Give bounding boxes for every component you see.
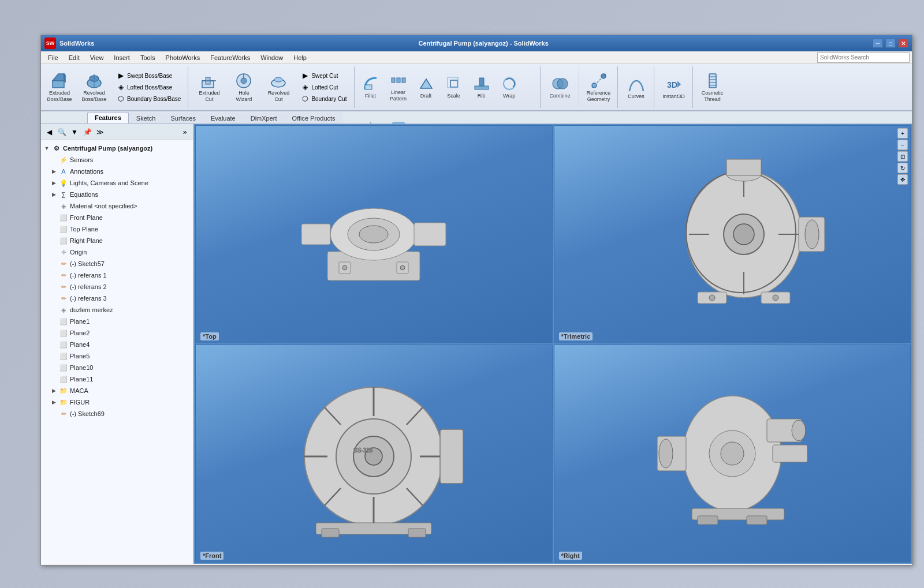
curves-button[interactable]: Curves — [623, 67, 650, 107]
vc-rotate[interactable]: ↻ — [897, 163, 908, 173]
tree-root-icon: ⚙ — [52, 144, 61, 153]
cosmetic-thread-button[interactable]: CosmeticThread — [698, 67, 728, 107]
tree-item-material[interactable]: ◈ Material <not specified> — [41, 200, 193, 212]
tab-features[interactable]: Features — [87, 112, 129, 123]
referans2-icon: ✏ — [59, 282, 68, 291]
instant3d-group: 3D Instant3D — [655, 66, 693, 108]
instant3d-button[interactable]: 3D Instant3D — [659, 67, 689, 107]
wrap-label: Wrap — [503, 93, 515, 99]
viewport-top[interactable]: *Top — [195, 125, 553, 343]
svg-rect-82 — [408, 529, 426, 537]
menu-insert[interactable]: Insert — [109, 53, 135, 62]
viewport-trimetric[interactable]: + − ⊡ ↻ ✥ *Trimetric — [554, 125, 911, 343]
tab-dimxpert[interactable]: DimXpert — [243, 113, 285, 123]
lp-pin-btn[interactable]: 📌 — [81, 126, 93, 138]
revolved-cut-button[interactable]: RevolvedCut — [263, 67, 293, 107]
tree-item-right-plane[interactable]: ⬜ Right Plane — [41, 235, 193, 246]
feature-tabs: Features Sketch Surfaces Evaluate DimXpe… — [41, 111, 912, 124]
tab-sketch[interactable]: Sketch — [129, 113, 163, 123]
menu-file[interactable]: File — [43, 53, 63, 62]
tab-evaluate[interactable]: Evaluate — [203, 113, 243, 123]
vc-pan[interactable]: ✥ — [897, 174, 908, 185]
top-plane-icon: ⬜ — [59, 224, 68, 234]
lp-search-btn[interactable]: 🔍 — [56, 126, 68, 138]
menu-tools[interactable]: Tools — [136, 53, 160, 62]
viewport-right[interactable]: *Right — [554, 344, 911, 563]
svg-point-44 — [359, 226, 388, 243]
tree-item-figur[interactable]: ▶ 📁 FIGUR — [41, 396, 193, 408]
hole-wizard-button[interactable]: HoleWizard — [229, 67, 259, 107]
extruded-boss-button[interactable]: ExtrudedBoss/Base — [44, 67, 74, 107]
svg-point-33 — [601, 74, 606, 78]
tab-surfaces[interactable]: Surfaces — [163, 113, 203, 123]
close-button[interactable]: ✕ — [898, 39, 908, 48]
tree-root-item[interactable]: ▼ ⚙ Centrifugal Pump (salyangoz) — [41, 143, 193, 154]
tree-item-annotations[interactable]: ▶ A Annotations — [41, 166, 193, 177]
tree-item-referans1[interactable]: ✏ (-) referans 1 — [41, 269, 193, 281]
toolbar-ribbon: ExtrudedBoss/Base RevolvedBoss/Base ▶ Sw… — [41, 64, 912, 111]
boss-base-group: ExtrudedBoss/Base RevolvedBoss/Base ▶ Sw… — [44, 66, 188, 108]
fillet-button[interactable]: Fillet — [359, 66, 382, 107]
combine-button[interactable]: Combine — [545, 68, 575, 106]
window-controls: ─ □ ✕ — [873, 39, 908, 48]
boundary-boss-button[interactable]: ⬡ Boundary Boss/Base — [114, 93, 183, 104]
search-input[interactable] — [817, 53, 910, 63]
menu-help[interactable]: Help — [289, 53, 311, 62]
tree-item-sketch57[interactable]: ✏ (-) Sketch57 — [41, 258, 193, 269]
linear-pattern-button[interactable]: LinearPattern — [387, 66, 410, 107]
viewport-front[interactable]: SS-316 *Front — [195, 344, 553, 563]
svg-rect-81 — [322, 529, 339, 537]
lofted-boss-button[interactable]: ◈ Lofted Boss/Base — [114, 82, 183, 92]
tree-item-maca[interactable]: ▶ 📁 MACA — [41, 385, 193, 396]
tree-item-referans2[interactable]: ✏ (-) referans 2 — [41, 281, 193, 293]
maximize-button[interactable]: □ — [885, 39, 896, 48]
tree-item-plane10[interactable]: ⬜ Plane10 — [41, 362, 193, 373]
menu-window[interactable]: Window — [256, 53, 288, 62]
tab-office-products[interactable]: Office Products — [285, 113, 343, 123]
reference-geometry-button[interactable]: ReferenceGeometry — [584, 67, 614, 107]
tree-item-referans3[interactable]: ✏ (-) referans 3 — [41, 293, 193, 304]
menu-view[interactable]: View — [85, 53, 109, 62]
menu-featureworks[interactable]: FeatureWorks — [206, 53, 255, 62]
draft-button[interactable]: Draft — [415, 66, 438, 107]
menu-photoworks[interactable]: PhotoWorks — [161, 53, 205, 62]
tree-item-origin[interactable]: ✛ Origin — [41, 246, 193, 258]
swept-boss-button[interactable]: ▶ Swept Boss/Base — [114, 70, 183, 81]
vc-fit[interactable]: ⊡ — [897, 151, 908, 162]
tree-item-plane11[interactable]: ⬜ Plane11 — [41, 373, 193, 385]
tree-item-plane4[interactable]: ⬜ Plane4 — [41, 339, 193, 350]
scale-button[interactable]: Scale — [442, 66, 465, 107]
tree-item-plane2[interactable]: ⬜ Plane2 — [41, 327, 193, 339]
tree-item-sketch69[interactable]: ✏ (-) Sketch69 — [41, 408, 193, 420]
revolved-boss-icon — [85, 72, 103, 90]
svg-rect-20 — [448, 77, 458, 88]
tree-item-front-plane[interactable]: ⬜ Front Plane — [41, 212, 193, 223]
lp-back-btn[interactable]: ◀ — [43, 126, 55, 138]
maca-folder-icon: 📁 — [59, 386, 68, 395]
revolved-boss-button[interactable]: RevolvedBoss/Base — [79, 67, 109, 107]
duzlem-icon: ◈ — [59, 305, 68, 314]
fillet-label: Fillet — [365, 93, 376, 99]
swept-cut-button[interactable]: ▶ Swept Cut — [298, 70, 349, 81]
referans1-icon: ✏ — [59, 271, 68, 280]
extruded-cut-button[interactable]: ExtrudedCut — [194, 67, 224, 107]
minimize-button[interactable]: ─ — [873, 39, 883, 48]
tree-item-plane5[interactable]: ⬜ Plane5 — [41, 350, 193, 362]
lp-expand-btn[interactable]: » — [179, 126, 191, 138]
tree-item-duzlem[interactable]: ◈ duzlem merkez — [41, 304, 193, 316]
lp-filter-btn[interactable]: ▼ — [69, 126, 80, 138]
tree-item-plane1[interactable]: ⬜ Plane1 — [41, 316, 193, 327]
wrap-button[interactable]: Wrap — [498, 66, 521, 107]
lp-more-btn[interactable]: ≫ — [94, 126, 106, 138]
tree-item-top-plane[interactable]: ⬜ Top Plane — [41, 223, 193, 235]
menu-edit[interactable]: Edit — [64, 53, 84, 62]
tree-root-expander: ▼ — [43, 145, 50, 152]
lofted-cut-button[interactable]: ◈ Lofted Cut — [298, 82, 349, 92]
vc-zoom-out[interactable]: − — [897, 140, 908, 150]
tree-item-lights[interactable]: ▶ 💡 Lights, Cameras and Scene — [41, 177, 193, 189]
tree-item-sensors[interactable]: ⚡ Sensors — [41, 154, 193, 166]
vc-zoom-in[interactable]: + — [897, 128, 908, 138]
boundary-cut-button[interactable]: ⬡ Boundary Cut — [298, 93, 349, 104]
tree-item-equations[interactable]: ▶ ∑ Equations — [41, 189, 193, 200]
rib-button[interactable]: Rib — [470, 66, 493, 107]
